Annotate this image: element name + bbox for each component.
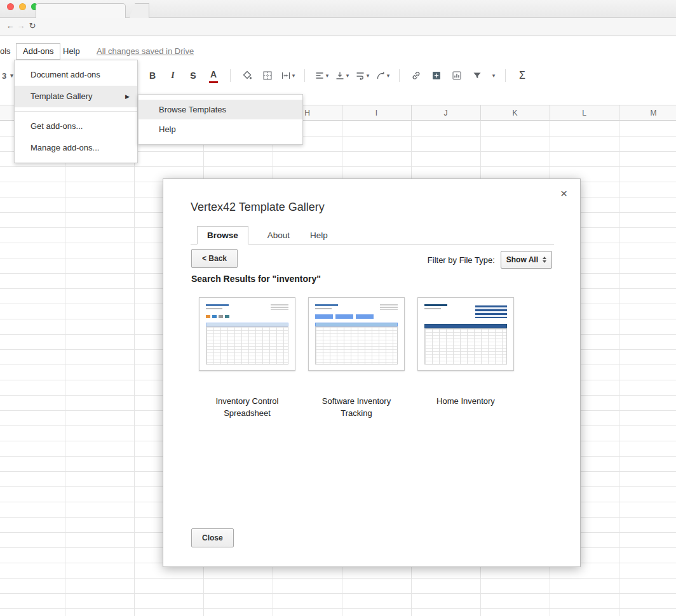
dialog-tabs: Browse About Help xyxy=(191,226,554,244)
template-preview xyxy=(203,301,292,367)
strikethrough-icon: S xyxy=(190,70,196,81)
filter-icon xyxy=(472,70,482,81)
menu-item-get-addons[interactable]: Get add-ons... xyxy=(15,116,137,137)
italic-icon: I xyxy=(171,70,174,81)
filter-row: Filter by File Type: Show All xyxy=(428,251,552,269)
template-preview xyxy=(421,301,510,367)
chevron-down-icon: ▾ xyxy=(346,72,349,79)
template-gallery-submenu: Browse Templates Help xyxy=(138,94,303,145)
number-format-partial-label: 3 xyxy=(2,71,6,81)
text-wrap-button[interactable]: ▾ xyxy=(353,67,371,84)
menu-separator xyxy=(15,111,137,112)
submenu-arrow-icon: ▶ xyxy=(125,86,130,107)
column-header-l[interactable]: L xyxy=(550,105,619,121)
strikethrough-button[interactable]: S xyxy=(184,67,202,84)
borders-icon xyxy=(262,70,273,81)
forward-icon[interactable]: → xyxy=(16,21,26,30)
chevron-down-icon: ▾ xyxy=(292,72,295,79)
search-results-heading: Search Results for "inventory" xyxy=(191,274,321,284)
filter-button[interactable] xyxy=(468,67,486,84)
template-name[interactable]: Software Inventory Tracking xyxy=(308,395,405,419)
chevron-down-icon: ▾ xyxy=(10,72,13,79)
text-color-button[interactable]: A xyxy=(205,67,222,84)
menu-tools-partial[interactable]: ols xyxy=(0,43,11,59)
comment-plus-icon xyxy=(431,70,442,81)
tab-help[interactable]: Help xyxy=(309,227,329,244)
bold-button[interactable]: B xyxy=(144,67,161,84)
insert-link-button[interactable] xyxy=(407,67,425,84)
menu-item-manage-addons[interactable]: Manage add-ons... xyxy=(15,137,137,159)
back-button[interactable]: < Back xyxy=(191,249,238,268)
menu-addons[interactable]: Add-ons xyxy=(16,43,60,60)
close-window-button[interactable] xyxy=(7,3,14,10)
tab-about[interactable]: About xyxy=(266,227,291,244)
chevron-down-icon: ▾ xyxy=(367,72,370,79)
sigma-icon: Σ xyxy=(519,70,525,81)
functions-button[interactable]: Σ xyxy=(513,67,531,84)
insert-chart-button[interactable] xyxy=(448,67,466,84)
number-format-partial-button[interactable]: 3 ▾ xyxy=(2,64,13,88)
menu-item-label: Manage add-ons... xyxy=(30,143,99,152)
horizontal-align-button[interactable]: ▾ xyxy=(313,67,330,84)
browser-addressbar: ← → ↻ ⋮ xyxy=(0,18,676,36)
menu-item-label: Template Gallery xyxy=(30,91,93,101)
column-header-i[interactable]: I xyxy=(342,105,411,121)
insert-comment-button[interactable] xyxy=(428,67,445,84)
fill-color-button[interactable] xyxy=(238,67,256,84)
browser-tab-stub[interactable] xyxy=(129,3,149,18)
italic-button[interactable]: I xyxy=(164,67,182,84)
chevron-down-icon: ▾ xyxy=(387,72,390,79)
file-type-select[interactable]: Show All xyxy=(501,251,552,269)
chevron-down-icon: ▾ xyxy=(326,72,329,79)
tab-browse[interactable]: Browse xyxy=(197,226,248,244)
template-name[interactable]: Home Inventory xyxy=(417,395,514,407)
column-header-j[interactable]: J xyxy=(411,105,480,121)
close-button[interactable]: Close xyxy=(191,528,234,547)
template-thumbnail-software-inventory[interactable] xyxy=(308,297,405,371)
column-header-m[interactable]: M xyxy=(619,105,676,121)
dialog-title: Vertex42 Template Gallery xyxy=(191,201,325,214)
window-controls xyxy=(7,3,38,10)
reload-icon[interactable]: ↻ xyxy=(27,21,37,30)
toolbar-separator xyxy=(505,69,506,82)
menu-item-document-addons[interactable]: Document add-ons xyxy=(15,64,137,86)
menu-item-label: Document add-ons xyxy=(30,70,100,79)
filter-dropdown-button[interactable]: ▾ xyxy=(489,67,497,84)
submenu-item-label: Help xyxy=(159,124,176,134)
submenu-item-label: Browse Templates xyxy=(159,105,226,114)
vertical-align-button[interactable]: ▾ xyxy=(333,67,351,84)
sheets-menubar: ols Add-ons Help All changes saved in Dr… xyxy=(0,43,676,60)
screen: ← → ↻ ⋮ ols Add-ons Help All changes sav… xyxy=(0,0,676,616)
menu-item-template-gallery[interactable]: Template Gallery ▶ xyxy=(15,86,137,107)
menu-item-label: Get add-ons... xyxy=(30,121,83,131)
template-gallery-dialog: × Vertex42 Template Gallery Browse About… xyxy=(163,178,581,567)
addons-menu: Document add-ons Template Gallery ▶ Get … xyxy=(14,60,138,163)
back-icon[interactable]: ← xyxy=(5,21,15,30)
column-header-k[interactable]: K xyxy=(480,105,550,121)
toolbar-separator xyxy=(230,69,231,82)
menu-help[interactable]: Help xyxy=(63,43,80,59)
horizontal-align-icon xyxy=(314,70,325,81)
close-icon[interactable]: × xyxy=(560,187,567,199)
submenu-item-help[interactable]: Help xyxy=(139,119,302,139)
template-name[interactable]: Inventory Control Spreadsheet xyxy=(199,395,295,419)
fill-color-icon xyxy=(242,70,252,81)
updown-arrows-icon xyxy=(543,257,546,263)
template-thumbnail-home-inventory[interactable] xyxy=(417,297,514,371)
minimize-window-button[interactable] xyxy=(19,3,26,10)
chevron-down-icon: ▾ xyxy=(492,72,496,79)
template-thumbnail-inventory-control[interactable] xyxy=(199,297,295,371)
submenu-item-browse-templates[interactable]: Browse Templates xyxy=(139,100,302,119)
borders-button[interactable] xyxy=(259,67,276,84)
template-preview xyxy=(312,301,401,367)
toolbar-separator xyxy=(304,69,305,82)
merge-cells-button[interactable]: ▾ xyxy=(279,67,297,84)
chart-icon xyxy=(452,70,462,81)
save-status-link[interactable]: All changes saved in Drive xyxy=(97,43,194,59)
filter-label: Filter by File Type: xyxy=(428,255,495,265)
text-wrap-icon xyxy=(355,70,365,81)
text-rotation-button[interactable]: ▾ xyxy=(374,67,391,84)
vertical-align-icon xyxy=(335,70,345,81)
text-color-swatch xyxy=(209,81,218,83)
browser-tab[interactable] xyxy=(36,3,126,18)
